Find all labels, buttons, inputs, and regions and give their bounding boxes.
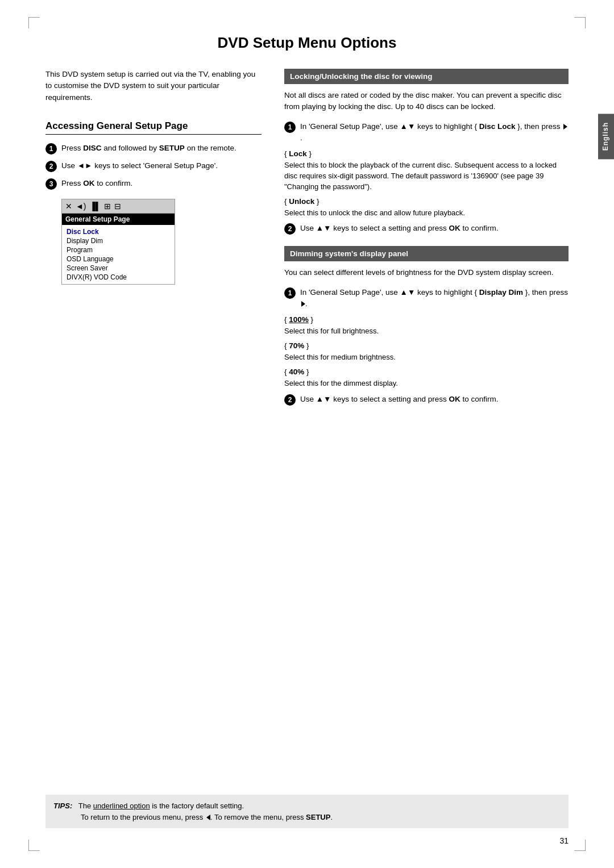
unlock-desc: Select this to unlock the disc and allow… — [284, 208, 569, 219]
menu-item-divx: DIVX(R) VOD Code — [67, 273, 170, 282]
dimming-step-1-text: In 'General Setup Page', use ▲▼ keys to … — [300, 287, 569, 310]
intro-text: This DVD system setup is carried out via… — [45, 69, 262, 103]
locking-step-2-number: 2 — [284, 223, 296, 235]
menu-item-disc-lock: Disc Lock — [67, 227, 170, 236]
locking-step-1-text: In 'General Setup Page', use ▲▼ keys to … — [300, 121, 569, 144]
dvd-menu-header: General Setup Page — [62, 214, 175, 225]
step-2-text: Use ◄► keys to select 'General Setup Pag… — [61, 160, 218, 172]
locking-step-2: 2 Use ▲▼ keys to select a setting and pr… — [284, 223, 569, 235]
arrow-right-2 — [301, 301, 305, 307]
step-2-number: 2 — [45, 161, 57, 172]
option-70-bold: 70% — [289, 341, 304, 350]
dimming-step-2-number: 2 — [284, 394, 296, 406]
left-column: This DVD system setup is carried out via… — [45, 69, 262, 411]
right-column: Locking/Unlocking the disc for viewing N… — [284, 69, 569, 411]
option-100-desc: Select this for full brightness. — [284, 326, 569, 337]
corner-mark-bl — [28, 840, 40, 851]
page-number: 31 — [559, 836, 569, 845]
step-3-number: 3 — [45, 178, 57, 190]
arrow-right-1 — [563, 124, 567, 130]
locking-step-1: 1 In 'General Setup Page', use ▲▼ keys t… — [284, 121, 569, 144]
icon-pause: ▐▌ — [90, 202, 101, 211]
option-100-label: { 100% } — [284, 315, 569, 324]
ok-bold-1: OK — [83, 179, 94, 187]
locking-step-1-number: 1 — [284, 122, 296, 133]
option-70-desc: Select this for medium brightness. — [284, 352, 569, 363]
lock-desc: Select this to block the playback of the… — [284, 160, 569, 193]
icon-grid: ⊞ — [104, 202, 111, 211]
setup-tips-bold: SETUP — [306, 813, 330, 821]
disc-bold: DISC — [83, 144, 101, 152]
dimming-heading: Dimming system's display panel — [284, 246, 569, 261]
page-title: DVD Setup Menu Options — [45, 34, 569, 52]
option-100-underline: 100% — [289, 315, 309, 324]
unlock-bold: Unlock — [289, 197, 314, 206]
lock-label: { Lock } — [284, 149, 569, 158]
page-container: English DVD Setup Menu Options This DVD … — [0, 0, 614, 868]
option-40-desc: Select this for the dimmest display. — [284, 378, 569, 389]
ok-bold-2: OK — [449, 224, 460, 232]
menu-item-program: Program — [67, 245, 170, 254]
underlined-option: underlined option — [93, 802, 150, 810]
locking-intro: Not all discs are rated or coded by the … — [284, 90, 569, 113]
corner-mark-tr — [574, 17, 586, 28]
locking-section: Locking/Unlocking the disc for viewing N… — [284, 69, 569, 235]
unlock-label: { Unlock } — [284, 197, 569, 206]
tips-label: TIPS: — [53, 802, 72, 810]
dvd-menu-body: Disc Lock Display Dim Program OSD Langua… — [62, 225, 175, 284]
dimming-step-2: 2 Use ▲▼ keys to select a setting and pr… — [284, 394, 569, 406]
display-dim-bold: Display Dim — [479, 288, 523, 297]
step-3-text: Press OK to confirm. — [61, 178, 132, 189]
tips-line-2-indent: To return to the previous menu, press . … — [81, 812, 333, 823]
icon-x: ✕ — [65, 202, 72, 211]
setup-bold: SETUP — [159, 144, 185, 152]
icon-list: ⊟ — [114, 202, 121, 211]
locking-step-2-text: Use ▲▼ keys to select a setting and pres… — [300, 223, 499, 234]
dvd-menu: ✕ ◄) ▐▌ ⊞ ⊟ General Setup Page Disc Lock… — [61, 199, 175, 285]
corner-mark-tl — [28, 17, 40, 28]
dvd-menu-icons: ✕ ◄) ▐▌ ⊞ ⊟ — [62, 199, 175, 214]
content-area: This DVD system setup is carried out via… — [45, 69, 569, 411]
corner-mark-br — [574, 840, 586, 851]
disc-lock-bold: Disc Lock — [479, 122, 516, 131]
locking-heading: Locking/Unlocking the disc for viewing — [284, 69, 569, 84]
menu-item-display-dim: Display Dim — [67, 236, 170, 245]
step-1: 1 Press DISC and followed by SETUP on th… — [45, 143, 262, 155]
option-70-label: { 70% } — [284, 341, 569, 350]
icon-speaker: ◄) — [76, 202, 86, 211]
lock-bold: Lock — [289, 149, 307, 158]
step-3: 3 Press OK to confirm. — [45, 178, 262, 190]
menu-item-osd-language: OSD Language — [67, 254, 170, 264]
step-1-number: 1 — [45, 143, 57, 155]
accessing-section: Accessing General Setup Page 1 Press DIS… — [45, 120, 262, 285]
option-40-bold: 40% — [289, 368, 304, 376]
step-1-text: Press DISC and followed by SETUP on the … — [61, 143, 237, 154]
tips-section: TIPS: The underlined option is the facto… — [45, 795, 569, 828]
dimming-step-1: 1 In 'General Setup Page', use ▲▼ keys t… — [284, 287, 569, 310]
dimming-step-2-text: Use ▲▼ keys to select a setting and pres… — [300, 394, 499, 405]
accessing-heading: Accessing General Setup Page — [45, 120, 262, 135]
option-40-label: { 40% } — [284, 368, 569, 376]
ok-bold-3: OK — [449, 395, 460, 403]
tips-line-1: The underlined option is the factory def… — [78, 802, 244, 810]
dimming-step-1-number: 1 — [284, 287, 296, 299]
dimming-intro: You can select different levels of brigh… — [284, 267, 569, 278]
menu-item-screen-saver: Screen Saver — [67, 264, 170, 273]
dimming-section: Dimming system's display panel You can s… — [284, 246, 569, 405]
arrow-left-tips — [206, 815, 210, 820]
language-sidebar: English — [598, 114, 614, 159]
step-2: 2 Use ◄► keys to select 'General Setup P… — [45, 160, 262, 172]
